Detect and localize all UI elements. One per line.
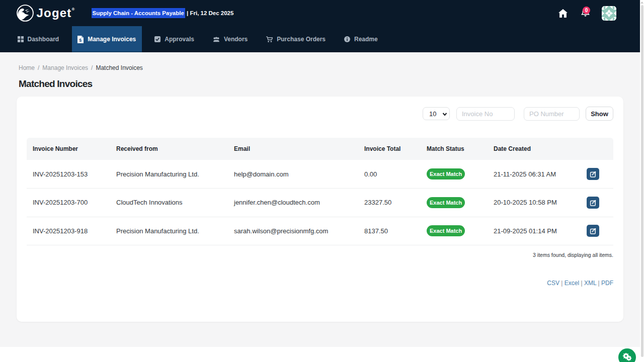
svg-text:$: $ <box>79 37 82 42</box>
